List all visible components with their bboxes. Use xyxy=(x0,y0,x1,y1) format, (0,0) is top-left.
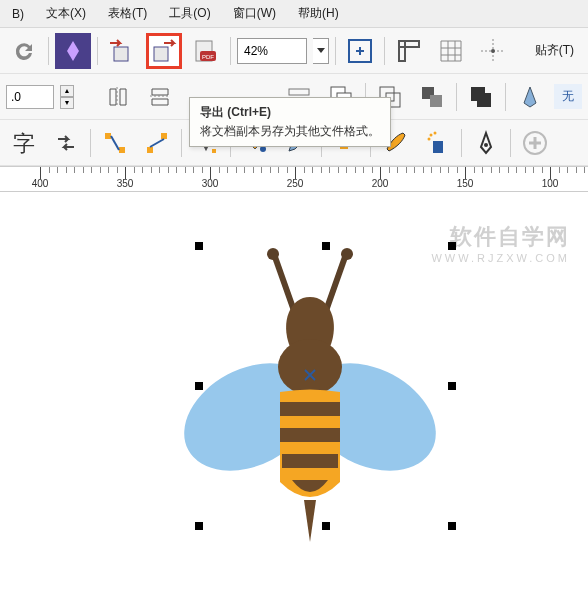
svg-point-38 xyxy=(278,339,342,395)
svg-rect-19 xyxy=(119,147,125,153)
svg-rect-41 xyxy=(280,402,340,416)
mirror-horizontal-button[interactable] xyxy=(100,79,136,115)
guides-toggle-button[interactable] xyxy=(475,33,511,69)
spray-tool-button[interactable] xyxy=(419,125,455,161)
separator xyxy=(230,37,231,65)
node-swap-button[interactable] xyxy=(139,125,175,161)
separator xyxy=(384,37,385,65)
svg-point-35 xyxy=(341,248,353,260)
rotation-input[interactable] xyxy=(6,85,54,109)
menu-help[interactable]: 帮助(H) xyxy=(288,1,349,26)
separator xyxy=(461,129,462,157)
svg-point-34 xyxy=(267,248,279,260)
svg-rect-16 xyxy=(477,93,491,107)
selection-handle[interactable] xyxy=(448,382,456,390)
menu-text[interactable]: 文本(X) xyxy=(36,1,96,26)
grid-toggle-button[interactable] xyxy=(433,33,469,69)
selection-handle[interactable] xyxy=(195,242,203,250)
menu-window[interactable]: 窗口(W) xyxy=(223,1,286,26)
text-tool-button[interactable]: 字 xyxy=(6,125,42,161)
svg-rect-18 xyxy=(105,133,111,139)
separator xyxy=(48,37,49,65)
svg-rect-43 xyxy=(282,454,338,468)
no-fill-label[interactable]: 无 xyxy=(554,84,582,109)
selection-handle[interactable] xyxy=(195,382,203,390)
svg-rect-21 xyxy=(161,133,167,139)
export-button[interactable] xyxy=(146,33,182,69)
bee-artwork[interactable] xyxy=(180,242,440,552)
selection-handle[interactable] xyxy=(448,242,456,250)
svg-text:PDF: PDF xyxy=(202,54,214,60)
import-button[interactable] xyxy=(104,33,140,69)
selection-handle[interactable] xyxy=(448,522,456,530)
svg-point-32 xyxy=(484,143,488,147)
svg-rect-20 xyxy=(147,147,153,153)
horizontal-ruler[interactable]: 400350300250200150100 xyxy=(0,166,588,192)
svg-point-30 xyxy=(434,131,437,134)
svg-point-6 xyxy=(491,49,495,53)
outline-pen-button[interactable] xyxy=(468,125,504,161)
svg-rect-42 xyxy=(280,428,340,442)
svg-rect-7 xyxy=(289,89,309,95)
svg-text:字: 字 xyxy=(13,131,35,156)
menu-bar: B) 文本(X) 表格(T) 工具(O) 窗口(W) 帮助(H) xyxy=(0,0,588,28)
svg-rect-0 xyxy=(114,47,128,61)
pen-nib-icon[interactable] xyxy=(512,79,548,115)
export-pdf-button[interactable]: PDF xyxy=(188,33,224,69)
fullscreen-button[interactable] xyxy=(342,33,378,69)
svg-rect-28 xyxy=(433,141,443,153)
separator xyxy=(97,37,98,65)
app-logo-icon[interactable] xyxy=(55,33,91,69)
weld-button[interactable] xyxy=(463,79,499,115)
tooltip-desc: 将文档副本另存为其他文件格式。 xyxy=(200,123,380,140)
selection-handle[interactable] xyxy=(322,242,330,250)
svg-rect-1 xyxy=(154,47,168,61)
snap-menu[interactable]: 贴齐(T) xyxy=(527,38,582,63)
selection-handle[interactable] xyxy=(195,522,203,530)
menu-table[interactable]: 表格(T) xyxy=(98,1,157,26)
separator xyxy=(335,37,336,65)
group-button[interactable] xyxy=(414,79,450,115)
menu-tools[interactable]: 工具(O) xyxy=(159,1,220,26)
svg-rect-14 xyxy=(430,95,442,107)
menu-item[interactable]: B) xyxy=(2,3,34,25)
separator xyxy=(456,83,457,111)
toggle-direction-button[interactable] xyxy=(48,125,84,161)
separator xyxy=(90,129,91,157)
node-tool-button[interactable] xyxy=(97,125,133,161)
separator xyxy=(505,83,506,111)
export-tooltip: 导出 (Ctrl+E) 将文档副本另存为其他文件格式。 xyxy=(189,97,391,147)
toolbar-main: PDF 贴齐(T) xyxy=(0,28,588,74)
add-button[interactable] xyxy=(517,125,553,161)
ruler-toggle-button[interactable] xyxy=(391,33,427,69)
separator xyxy=(510,129,511,157)
zoom-input[interactable] xyxy=(237,38,307,64)
canvas-area[interactable]: 软件自学网 WWW.RJZXW.COM xyxy=(0,192,588,572)
svg-point-29 xyxy=(430,133,433,136)
mirror-vertical-button[interactable] xyxy=(142,79,178,115)
redo-button[interactable] xyxy=(6,33,42,69)
selection-handle[interactable] xyxy=(322,522,330,530)
zoom-dropdown[interactable] xyxy=(313,38,329,64)
svg-point-31 xyxy=(428,137,431,140)
tooltip-title: 导出 (Ctrl+E) xyxy=(200,104,380,121)
separator xyxy=(181,129,182,157)
rotation-spinner[interactable]: ▲▼ xyxy=(60,85,74,109)
svg-rect-23 xyxy=(212,149,216,153)
